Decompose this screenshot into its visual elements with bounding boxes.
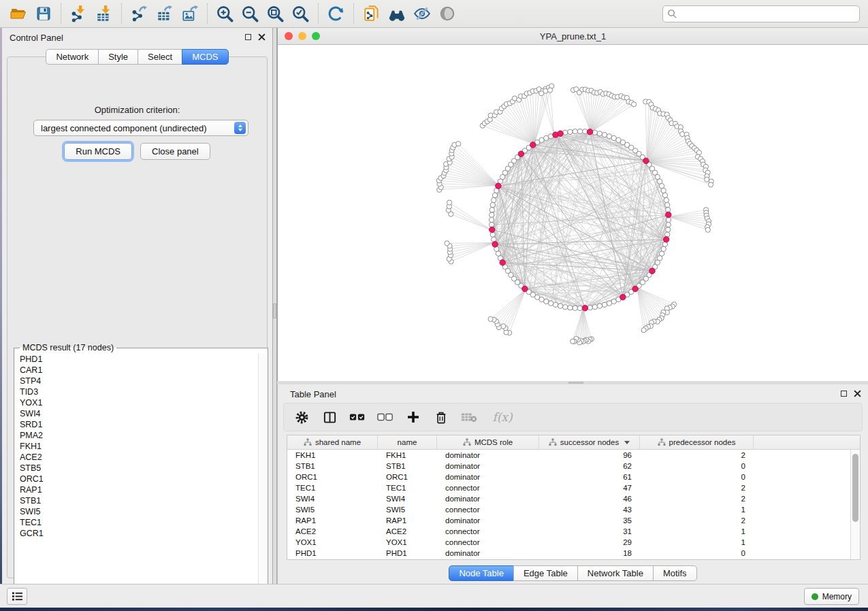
cell-predecessor-nodes: 1 [640, 537, 754, 548]
mcds-result-item[interactable]: SRD1 [15, 419, 257, 430]
table-row[interactable]: YOX1YOX1connector291 [287, 537, 850, 548]
table-settings-button[interactable] [293, 408, 310, 426]
mcds-result-item[interactable]: SWI5 [15, 506, 257, 517]
select-all-rows-button[interactable] [349, 408, 366, 426]
table-scrollbar[interactable] [850, 450, 860, 559]
toolbar-separator [121, 3, 122, 24]
criterion-dropdown[interactable]: largest connected component (undirected) [33, 120, 248, 136]
column-header-predecessor-nodes[interactable]: predecessor nodes [640, 435, 754, 449]
mcds-result-item[interactable]: YOX1 [15, 397, 257, 408]
zoom-out-button[interactable] [238, 3, 263, 24]
minimize-window-icon[interactable] [298, 32, 306, 40]
maximize-window-icon[interactable] [312, 32, 320, 40]
memory-button[interactable]: Memory [804, 588, 859, 605]
mcds-result-item[interactable]: GCR1 [15, 528, 257, 539]
mcds-result-item[interactable]: TID3 [15, 386, 257, 397]
mcds-result-item[interactable]: RAP1 [15, 484, 257, 495]
zoom-fit-button[interactable] [263, 3, 288, 24]
show-graphics-details-button[interactable] [434, 3, 460, 24]
import-network-button[interactable] [66, 3, 91, 24]
vertical-splitter[interactable] [272, 28, 277, 584]
mcds-list-scrollbar[interactable] [258, 353, 267, 595]
table-row[interactable]: ACE2ACE2connector311 [287, 526, 850, 537]
float-panel-icon[interactable] [245, 34, 251, 40]
mcds-result-item[interactable]: TEC1 [15, 517, 257, 528]
mcds-result-item[interactable]: PHD1 [15, 354, 257, 365]
search-input[interactable] [677, 10, 855, 19]
splitter-grip[interactable] [273, 303, 276, 318]
table-row[interactable]: PHD1PHD1dominator180 [287, 548, 850, 559]
mcds-result-item[interactable]: STP4 [15, 376, 257, 386]
table-row[interactable]: RAP1RAP1dominator352 [287, 515, 850, 526]
cell-predecessor-nodes: 2 [640, 450, 754, 461]
close-panel-icon[interactable] [854, 390, 861, 397]
cell-shared-name: YOX1 [287, 537, 378, 548]
refresh-view-button[interactable] [323, 3, 349, 24]
mcds-result-item[interactable]: ACE2 [15, 452, 257, 463]
binoculars-button[interactable] [384, 3, 409, 24]
mcds-result-item[interactable]: SWI4 [15, 408, 257, 419]
mcds-result-item[interactable]: ORC1 [15, 474, 257, 484]
mcds-result-item[interactable]: CAR1 [15, 365, 257, 376]
clone-network-button[interactable] [359, 3, 384, 24]
delete-table-button[interactable] [461, 408, 477, 426]
column-header-name[interactable]: name [378, 435, 437, 449]
splitter-grip[interactable] [568, 382, 583, 384]
mcds-result-item[interactable]: STB5 [15, 463, 257, 474]
export-network-button[interactable] [127, 3, 152, 24]
column-header-MCDS-role[interactable]: MCDS role [437, 435, 539, 449]
scrollbar-thumb[interactable] [852, 454, 858, 522]
tab-mcds[interactable]: MCDS [182, 49, 228, 65]
column-header-successor-nodes[interactable]: successor nodes [539, 435, 640, 449]
tab-network[interactable]: Network [46, 49, 99, 65]
close-panel-icon[interactable] [258, 33, 266, 41]
mcds-result-item[interactable]: PMA2 [15, 430, 257, 441]
run-mcds-button[interactable]: Run MCDS [64, 143, 132, 160]
function-builder-button[interactable]: f(x) [489, 408, 516, 426]
zoom-selected-button[interactable] [288, 3, 313, 24]
cell-name: ACE2 [378, 526, 437, 537]
control-panel-title: Control Panel [2, 33, 63, 43]
tab-select[interactable]: Select [138, 49, 182, 65]
show-columns-button[interactable] [321, 408, 338, 426]
hide-graphics-details-button[interactable] [409, 3, 434, 24]
table-row[interactable]: TEC1TEC1connector472 [287, 482, 850, 493]
fx-icon: f(x) [492, 410, 512, 424]
tab-motifs[interactable]: Motifs [653, 565, 697, 581]
add-column-button[interactable] [405, 408, 421, 426]
network-canvas[interactable] [278, 45, 868, 381]
tab-network-table[interactable]: Network Table [577, 565, 654, 581]
tab-node-table[interactable]: Node Table [449, 565, 514, 581]
export-image-button[interactable] [177, 3, 202, 24]
tab-style[interactable]: Style [98, 49, 138, 65]
delete-column-button[interactable] [433, 408, 449, 426]
open-session-button[interactable] [5, 3, 31, 24]
network-graph[interactable] [278, 45, 868, 381]
export-table-icon [156, 5, 174, 22]
mcds-result-item[interactable]: FKH1 [15, 441, 257, 452]
zoom-in-button[interactable] [212, 3, 238, 24]
task-history-button[interactable] [7, 588, 27, 605]
mcds-result-list[interactable]: PHD1CAR1STP4TID3YOX1SWI4SRD1PMA2FKH1ACE2… [15, 354, 257, 594]
table-row[interactable]: ORC1ORC1dominator610 [287, 472, 850, 482]
export-table-button[interactable] [152, 3, 177, 24]
column-header-shared-name[interactable]: shared name [287, 435, 378, 449]
close-panel-button[interactable]: Close panel [140, 143, 210, 160]
float-panel-icon[interactable] [841, 391, 847, 397]
column-label: name [398, 438, 417, 446]
table-row[interactable]: SWI5SWI5connector431 [287, 504, 850, 515]
save-session-button[interactable] [31, 3, 56, 24]
network-window-titlebar[interactable]: YPA_prune.txt_1 [278, 28, 868, 45]
tab-edge-table[interactable]: Edge Table [513, 565, 578, 581]
table-row[interactable]: FKH1FKH1dominator962 [287, 450, 850, 461]
search-field[interactable] [662, 5, 860, 22]
mcds-result-item[interactable]: STB1 [15, 495, 257, 506]
close-window-icon[interactable] [285, 32, 293, 40]
cell-MCDS-role: dominator [437, 450, 539, 461]
table-row[interactable]: STB1STB1dominator620 [287, 461, 850, 472]
cell-predecessor-nodes: 0 [640, 548, 754, 559]
cell-name: TEC1 [378, 482, 437, 493]
import-table-button[interactable] [91, 3, 116, 24]
deselect-all-rows-button[interactable] [377, 408, 393, 426]
table-row[interactable]: SWI4SWI4dominator462 [287, 493, 850, 504]
